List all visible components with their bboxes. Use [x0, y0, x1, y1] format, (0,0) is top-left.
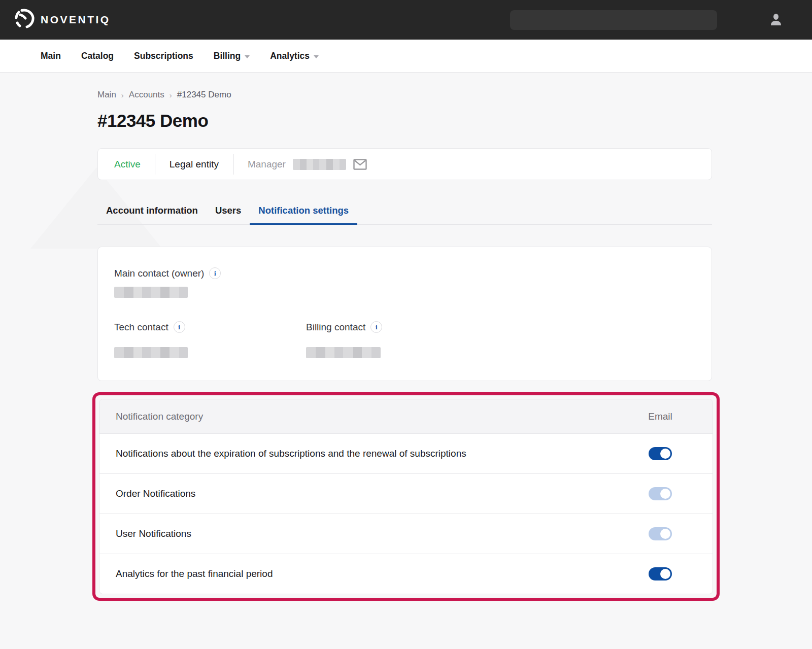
nav-label: Billing: [214, 51, 241, 61]
user-profile-icon[interactable]: [768, 12, 784, 27]
contacts-card: Main contact (owner) i Tech contact i Bi…: [97, 247, 712, 381]
secondary-contacts-row: Tech contact i Billing contact i: [114, 321, 695, 360]
email-toggle[interactable]: [649, 567, 672, 580]
breadcrumb-separator: ›: [170, 91, 172, 99]
main-nav: Main Catalog Subscriptions Billing Analy…: [0, 40, 812, 73]
tab-users[interactable]: Users: [207, 199, 250, 224]
notification-row-label: User Notifications: [116, 528, 645, 539]
nav-label: Analytics: [270, 51, 310, 61]
search-input[interactable]: [510, 10, 717, 30]
account-status-card: Active Legal entity Manager: [97, 148, 712, 180]
notification-row-label: Notifications about the expiration of su…: [116, 448, 645, 459]
breadcrumb-current: #12345 Demo: [177, 90, 231, 100]
info-icon[interactable]: i: [174, 321, 185, 333]
breadcrumb: Main › Accounts › #12345 Demo: [97, 90, 812, 100]
manager-name-redacted: [293, 159, 346, 170]
billing-contact-label: Billing contact: [306, 322, 365, 333]
noventiq-logo[interactable]: NOVENTIQ: [13, 8, 111, 32]
chevron-down-icon: [245, 55, 250, 58]
table-row: Analytics for the past financial period: [99, 554, 713, 594]
account-tabs: Account information Users Notification s…: [97, 199, 712, 225]
table-row: Order Notifications: [99, 473, 713, 514]
breadcrumb-accounts[interactable]: Accounts: [129, 90, 164, 100]
email-toggle[interactable]: [649, 487, 672, 500]
nav-label: Catalog: [81, 51, 114, 61]
main-contact-redacted: [114, 287, 188, 298]
column-header-category: Notification category: [116, 411, 645, 422]
divider: [233, 154, 233, 175]
tech-contact-value: [114, 347, 306, 360]
breadcrumb-main[interactable]: Main: [97, 90, 116, 100]
top-bar: NOVENTIQ: [0, 0, 812, 40]
breadcrumb-separator: ›: [121, 91, 124, 99]
tech-contact-redacted: [114, 347, 188, 358]
chevron-down-icon: [314, 55, 319, 58]
entity-type-label: Legal entity: [170, 159, 219, 170]
notification-table-header: Notification category Email: [99, 399, 713, 433]
nav-item-billing[interactable]: Billing: [214, 51, 250, 61]
noventiq-logo-icon: [13, 8, 36, 32]
divider: [155, 154, 155, 175]
billing-contact-value: [306, 347, 498, 360]
nav-label: Subscriptions: [134, 51, 193, 61]
column-header-email: Email: [645, 411, 676, 422]
tech-contact-label-row: Tech contact i: [114, 321, 306, 333]
notification-row-label: Analytics for the past financial period: [116, 568, 645, 579]
nav-item-analytics[interactable]: Analytics: [270, 51, 319, 61]
notification-row-label: Order Notifications: [116, 488, 645, 499]
page-content: Main › Accounts › #12345 Demo #12345 Dem…: [0, 90, 812, 601]
email-toggle[interactable]: [649, 527, 672, 540]
logo-wordmark: NOVENTIQ: [41, 14, 111, 26]
info-icon[interactable]: i: [209, 267, 221, 279]
billing-contact-redacted: [306, 347, 381, 358]
table-row: User Notifications: [99, 514, 713, 554]
nav-label: Main: [41, 51, 61, 61]
email-toggle[interactable]: [649, 447, 672, 460]
notification-table-highlight-box: Notification category Email Notification…: [92, 392, 720, 601]
main-contact-label-row: Main contact (owner) i: [114, 267, 695, 279]
email-envelope-icon[interactable]: [353, 159, 367, 170]
tech-contact-block: Tech contact i: [114, 321, 306, 360]
nav-item-catalog[interactable]: Catalog: [81, 51, 114, 61]
tech-contact-label: Tech contact: [114, 322, 168, 333]
notification-settings-table: Notification category Email Notification…: [99, 399, 713, 594]
tab-account-information[interactable]: Account information: [97, 199, 207, 224]
tab-notification-settings[interactable]: Notification settings: [250, 199, 357, 224]
main-contact-label: Main contact (owner): [114, 268, 204, 279]
main-contact-value: [114, 287, 695, 300]
nav-item-subscriptions[interactable]: Subscriptions: [134, 51, 193, 61]
table-row: Notifications about the expiration of su…: [99, 433, 713, 473]
page-title: #12345 Demo: [97, 111, 812, 131]
billing-contact-block: Billing contact i: [306, 321, 498, 360]
info-icon[interactable]: i: [370, 321, 382, 333]
status-badge: Active: [114, 159, 141, 170]
nav-item-main[interactable]: Main: [41, 51, 61, 61]
manager-label: Manager: [248, 159, 286, 170]
billing-contact-label-row: Billing contact i: [306, 321, 498, 333]
